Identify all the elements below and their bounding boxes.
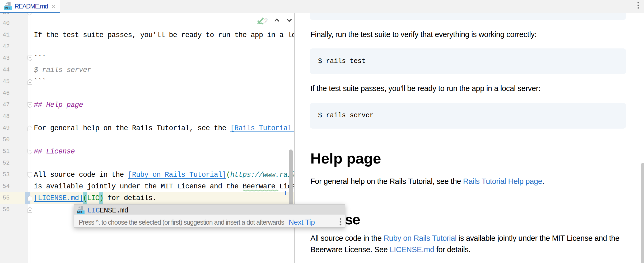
svg-text:MD: MD [77, 210, 82, 214]
svg-text:MD: MD [4, 6, 10, 10]
